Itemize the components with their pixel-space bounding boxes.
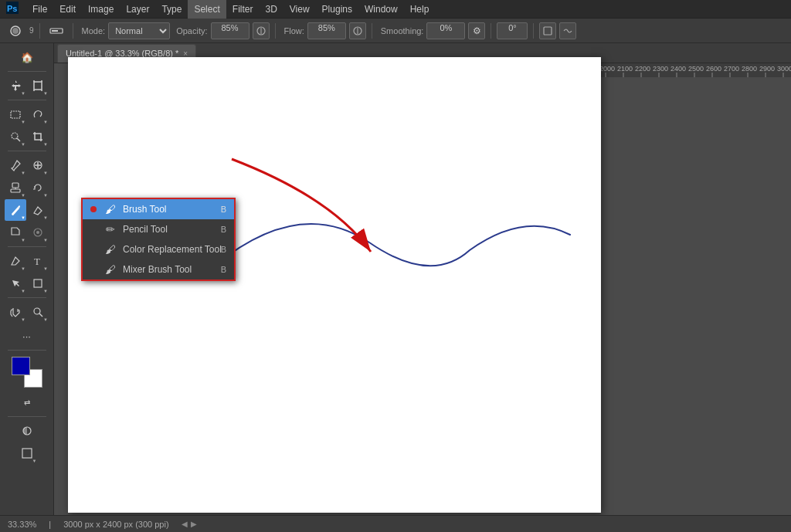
opacity-pressure-btn[interactable] <box>253 22 270 39</box>
document-canvas[interactable] <box>68 57 601 513</box>
menu-image[interactable]: Image <box>82 0 120 19</box>
history-brush-tool[interactable]: ▼ <box>27 177 49 198</box>
tab-close-btn[interactable]: × <box>183 49 188 58</box>
separator-3 <box>275 23 276 39</box>
opacity-label: Opacity: <box>176 26 207 36</box>
flyout-pencil-tool[interactable]: ✏ Pencil Tool B <box>83 219 234 239</box>
menu-window[interactable]: Window <box>358 0 404 19</box>
lasso-tool[interactable]: ▼ <box>27 103 49 125</box>
menu-type[interactable]: Type <box>155 0 188 19</box>
extra-tool[interactable]: ··· <box>16 325 38 347</box>
menu-help[interactable]: Help <box>404 0 436 19</box>
switch-colors-btn[interactable]: ⇄ <box>16 391 38 413</box>
status-bar: 33.33% | 3000 px x 2400 px (300 ppi) ◀ ▶ <box>0 515 791 532</box>
next-arrow[interactable]: ▶ <box>191 520 197 528</box>
brush-settings-btn[interactable] <box>46 20 67 42</box>
prev-arrow[interactable]: ◀ <box>182 520 188 528</box>
smoothing-value[interactable]: 0% <box>426 22 465 39</box>
brush-preset-btn[interactable] <box>5 20 26 42</box>
menu-file[interactable]: File <box>26 0 53 19</box>
brush-tool-icon: 🖌 <box>104 203 117 215</box>
type-tool[interactable]: T ▼ <box>27 250 49 272</box>
smoothing-label: Smoothing: <box>381 26 424 36</box>
marquee-tool[interactable]: ▼ <box>5 103 26 125</box>
color-replacement-label: Color Replacement Tool <box>123 244 222 255</box>
mode-label: Mode: <box>82 26 106 36</box>
svg-rect-26 <box>34 280 42 287</box>
document-dimensions: 3000 px x 2400 px (300 ppi) <box>63 520 168 529</box>
main-area: 🏠 ▼ ▼ ▼ ▼ ▼ <box>0 43 791 515</box>
mixer-brush-shortcut: B <box>221 265 226 274</box>
toolbox-sep-5 <box>8 297 46 298</box>
svg-text:Ps: Ps <box>7 4 17 13</box>
menu-edit[interactable]: Edit <box>53 0 82 19</box>
color-swatch-area[interactable] <box>12 357 42 388</box>
mixer-brush-label: Mixer Brush Tool <box>123 264 192 275</box>
separator-2 <box>73 23 73 39</box>
eyedropper-tool[interactable]: ▼ <box>5 154 26 176</box>
menu-layer[interactable]: Layer <box>120 0 155 19</box>
svg-rect-5 <box>52 30 58 32</box>
toolbox-sep-6 <box>8 350 46 351</box>
svg-point-17 <box>12 133 18 139</box>
pencil-tool-label: Pencil Tool <box>123 224 168 235</box>
menu-filter[interactable]: Filter <box>226 0 260 19</box>
foreground-color-swatch[interactable] <box>12 357 30 375</box>
color-replacement-shortcut: B <box>221 245 226 254</box>
move-tool[interactable]: ▼ <box>5 75 26 97</box>
quick-mask-btn[interactable] <box>16 420 38 442</box>
flow-pressure-btn[interactable] <box>349 22 366 39</box>
toolbox-sep-1 <box>8 71 46 72</box>
hand-tool[interactable]: ▼ <box>5 301 26 323</box>
crop-tool[interactable]: ▼ <box>27 126 49 147</box>
flyout-color-replacement-tool[interactable]: 🖌 Color Replacement Tool B <box>83 239 234 259</box>
opacity-value[interactable]: 85% <box>211 22 250 39</box>
svg-rect-31 <box>22 449 32 458</box>
options-toolbar: 9 Mode: Normal Opacity: 85% Flow: 85% Sm… <box>0 19 791 43</box>
menu-plugins[interactable]: Plugins <box>316 0 358 19</box>
toolbox-sep-3 <box>8 151 46 151</box>
symmetry-btn[interactable] <box>559 22 576 39</box>
artboard-tool[interactable]: ▼ <box>27 75 49 97</box>
pencil-icon: ✏ <box>104 223 117 236</box>
svg-rect-16 <box>11 111 20 118</box>
mode-select[interactable]: Normal <box>108 22 170 39</box>
brush-tool-label: Brush Tool <box>123 204 166 215</box>
pen-tool[interactable]: ▼ <box>5 250 26 272</box>
menu-view[interactable]: View <box>283 0 316 19</box>
paint-bucket-tool[interactable]: ▼ <box>5 222 26 243</box>
drawing-layer <box>68 57 601 513</box>
separator-4 <box>372 23 372 39</box>
quick-select-tool[interactable]: ▼ <box>5 126 26 147</box>
menu-3d[interactable]: 3D <box>259 0 283 19</box>
status-separator: | <box>49 520 51 529</box>
stamp-tool[interactable]: ▼ <box>5 177 26 198</box>
path-select-tool[interactable]: ▼ <box>5 273 26 294</box>
tablet-options-btn[interactable] <box>539 22 556 39</box>
flow-value[interactable]: 85% <box>307 22 346 39</box>
svg-rect-11 <box>34 82 42 90</box>
svg-line-18 <box>17 138 20 141</box>
svg-point-3 <box>12 28 19 34</box>
angle-value[interactable]: 0° <box>497 22 528 39</box>
screen-mode-btn[interactable]: ▼ <box>16 442 38 464</box>
svg-text:T: T <box>34 256 40 267</box>
home-btn[interactable]: 🏠 <box>16 46 38 68</box>
svg-point-27 <box>34 308 40 314</box>
app-logo: Ps <box>6 2 19 16</box>
zoom-tool[interactable]: ▼ <box>27 301 49 323</box>
svg-line-28 <box>39 313 42 317</box>
smoothing-settings-btn[interactable]: ⚙ <box>468 22 485 39</box>
svg-rect-20 <box>12 183 19 188</box>
separator-1 <box>39 23 40 39</box>
shape-tool[interactable]: ▼ <box>27 273 49 294</box>
blur-tool[interactable]: ▼ <box>27 222 49 243</box>
selected-indicator <box>90 206 97 212</box>
separator-5 <box>491 23 491 39</box>
brush-tool[interactable]: ▼ <box>5 199 26 221</box>
menu-select[interactable]: Select <box>188 0 226 19</box>
heal-tool[interactable]: ▼ <box>27 154 49 176</box>
flyout-brush-tool[interactable]: 🖌 Brush Tool B <box>83 199 234 219</box>
eraser-tool[interactable]: ▼ <box>27 199 49 221</box>
flyout-mixer-brush-tool[interactable]: 🖌 Mixer Brush Tool B <box>83 259 234 280</box>
